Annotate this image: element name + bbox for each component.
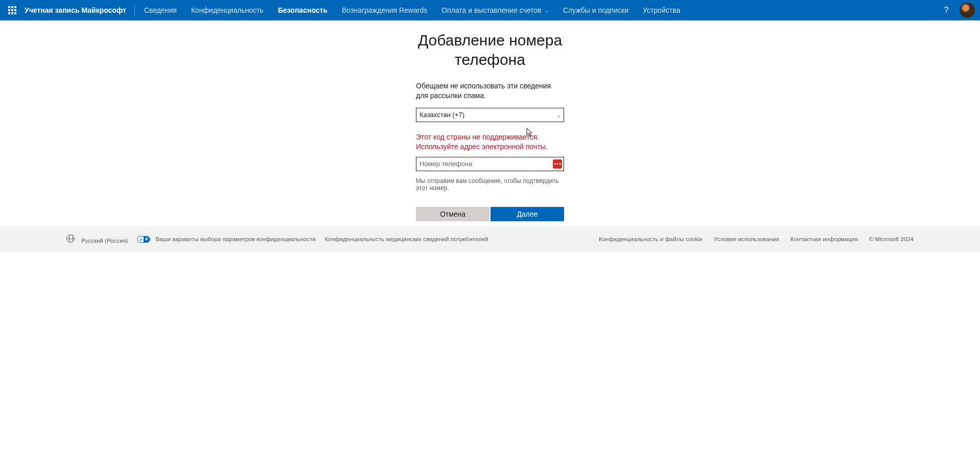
nav-billing-label: Оплата и выставление счетов bbox=[441, 6, 542, 14]
primary-nav: Сведения Конфиденциальность Безопасность… bbox=[137, 0, 687, 20]
next-button[interactable]: Далее bbox=[491, 207, 564, 221]
top-nav-bar: Учетная запись Майкрософт Сведения Конфи… bbox=[0, 0, 980, 20]
error-message: Этот код страны не поддерживается. Испол… bbox=[416, 132, 564, 152]
phone-input-wrap bbox=[416, 157, 564, 171]
form-buttons: Отмена Далее bbox=[416, 207, 564, 221]
cancel-button[interactable]: Отмена bbox=[416, 207, 489, 221]
phone-number-input[interactable] bbox=[416, 157, 564, 171]
password-manager-icon[interactable] bbox=[553, 159, 562, 169]
form-description: Обещаем не использовать эти сведения для… bbox=[416, 81, 564, 101]
footer: Русский (Россия) ✓✕ Ваши варианты выбора… bbox=[0, 226, 980, 252]
footer-contact[interactable]: Контактная информация bbox=[790, 236, 858, 242]
waffle-icon bbox=[8, 6, 16, 14]
nav-separator bbox=[134, 5, 135, 15]
footer-health-privacy[interactable]: Конфиденциальность медицинских сведений … bbox=[325, 236, 488, 242]
nav-info[interactable]: Сведения bbox=[137, 0, 184, 20]
nav-billing[interactable]: Оплата и выставление счетов ⌄ bbox=[434, 0, 556, 20]
language-selector[interactable]: Русский (Россия) bbox=[66, 235, 128, 244]
footer-copyright: © Microsoft 2024 bbox=[869, 236, 914, 242]
avatar[interactable] bbox=[960, 3, 975, 18]
brand-link[interactable]: Учетная запись Майкрософт bbox=[22, 6, 132, 14]
ccpa-link[interactable]: ✓✕ Ваши варианты выбора параметров конфи… bbox=[137, 236, 315, 243]
globe-icon bbox=[66, 235, 75, 243]
ccpa-toggle-icon: ✓✕ bbox=[137, 236, 150, 243]
app-launcher-button[interactable] bbox=[2, 0, 22, 20]
add-phone-form: Обещаем не использовать эти сведения для… bbox=[416, 81, 564, 221]
page-title: Добавление номера телефона bbox=[401, 31, 579, 69]
nav-privacy[interactable]: Конфиденциальность bbox=[184, 0, 271, 20]
nav-devices[interactable]: Устройства bbox=[636, 0, 687, 20]
country-select-wrap: Казахстан (+7) ⌄ bbox=[416, 108, 564, 122]
footer-privacy-cookies[interactable]: Конфиденциальность и файлы cookie bbox=[599, 236, 703, 242]
nav-rewards[interactable]: Вознаграждения Rewards bbox=[335, 0, 434, 20]
country-code-select[interactable]: Казахстан (+7) bbox=[416, 108, 564, 122]
ccpa-label: Ваши варианты выбора параметров конфиден… bbox=[155, 236, 315, 242]
help-button[interactable]: ? bbox=[936, 0, 956, 20]
nav-security[interactable]: Безопасность bbox=[271, 0, 335, 20]
footer-terms[interactable]: Условия использования bbox=[714, 236, 779, 242]
main-content: Добавление номера телефона Обещаем не ис… bbox=[0, 20, 980, 221]
chevron-down-icon: ⌄ bbox=[545, 8, 549, 13]
language-label: Русский (Россия) bbox=[81, 238, 128, 244]
phone-hint: Мы отправим вам сообщение, чтобы подтвер… bbox=[416, 177, 564, 192]
nav-services[interactable]: Службы и подписки bbox=[556, 0, 636, 20]
